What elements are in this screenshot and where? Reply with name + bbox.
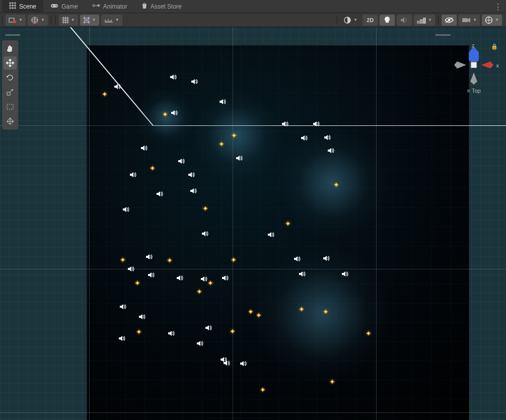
light-gizmo[interactable] [284,220,292,228]
audio-source-gizmo[interactable] [196,340,203,347]
grid-visibility-dropdown[interactable]: ▼ [59,15,78,26]
overlay-drag-handle-left[interactable] [5,34,20,36]
svg-marker-86 [220,99,223,104]
tab-asset-store[interactable]: Asset Store [134,0,189,13]
light-gizmo[interactable] [298,305,306,313]
light-gizmo[interactable] [328,378,336,386]
light-gizmo[interactable] [322,308,330,316]
tab-game[interactable]: Game [43,0,85,13]
audio-toggle[interactable] [397,15,412,26]
scene-terrain [87,45,469,420]
rect-tool[interactable] [4,100,17,113]
audio-source-gizmo[interactable] [222,274,229,282]
light-gizmo[interactable] [101,90,109,98]
light-gizmo[interactable] [229,327,237,335]
audio-source-gizmo[interactable] [281,120,288,127]
svg-marker-45 [468,18,470,23]
audio-source-gizmo[interactable] [223,360,230,367]
audio-source-gizmo[interactable] [114,83,121,90]
light-gizmo[interactable] [259,386,267,394]
audio-source-gizmo[interactable] [118,335,125,342]
audio-source-gizmo[interactable] [219,98,226,105]
light-gizmo[interactable] [133,279,141,287]
audio-source-gizmo[interactable] [129,171,136,178]
tab-scene[interactable]: Scene [2,0,43,13]
audio-source-gizmo[interactable] [171,109,178,116]
light-gizmo[interactable] [332,181,340,189]
audio-source-gizmo[interactable] [178,158,185,165]
draw-mode-dropdown[interactable]: ▼ [6,15,26,26]
light-gizmo[interactable] [230,256,238,264]
audio-source-gizmo[interactable] [168,330,175,337]
toggle-2d-button[interactable]: 2D [363,15,378,26]
audio-source-gizmo[interactable] [240,360,247,367]
rotate-tool[interactable] [4,71,17,84]
audio-source-gizmo[interactable] [156,190,163,197]
audio-source-gizmo[interactable] [341,270,348,277]
light-gizmo[interactable] [149,164,157,172]
chevron-down-icon: ▼ [71,18,75,22]
fx-dropdown[interactable]: ▼ [414,15,435,26]
visibility-toggle[interactable] [442,15,457,26]
audio-source-gizmo[interactable] [176,274,183,282]
audio-source-gizmo[interactable] [267,231,274,238]
shading-mode-dropdown[interactable]: ▼ [28,15,48,26]
audio-source-gizmo[interactable] [236,155,243,162]
svg-marker-73 [282,121,285,126]
audio-source-gizmo[interactable] [190,187,197,194]
audio-source-gizmo[interactable] [146,253,153,260]
tab-animator[interactable]: Animator [85,0,134,13]
audio-source-gizmo[interactable] [299,270,306,277]
audio-source-gizmo[interactable] [191,78,198,85]
lighting-toggle[interactable] [380,15,395,26]
scene-viewport[interactable]: 🔒 z x ≡ Top [0,27,506,420]
light-gizmo[interactable] [206,279,214,287]
gizmos-dropdown[interactable]: ▼ [482,15,502,26]
light-gizmo[interactable] [135,328,143,336]
lock-icon[interactable]: 🔒 [491,43,498,50]
light-gizmo[interactable] [201,204,209,213]
render-debug-dropdown[interactable]: ▼ [340,15,360,26]
svg-point-20 [36,21,38,23]
audio-source-gizmo[interactable] [122,206,129,213]
audio-source-gizmo[interactable] [327,147,334,154]
audio-source-gizmo[interactable] [140,145,148,152]
light-gizmo[interactable] [230,131,238,139]
audio-source-gizmo[interactable] [148,271,155,278]
svg-marker-79 [323,256,327,261]
audio-source-gizmo[interactable] [324,134,331,141]
overlay-drag-handle-right[interactable] [436,34,451,36]
orientation-gizmo[interactable]: 🔒 z x ≡ Top [449,42,499,103]
tab-menu-button[interactable]: ⋮ [494,2,502,12]
audio-source-gizmo[interactable] [313,120,320,127]
transform-tool[interactable] [4,115,17,128]
snap-toggle-dropdown[interactable]: ▼ [80,15,99,26]
light-gizmo[interactable] [166,256,174,264]
audio-source-gizmo[interactable] [205,324,212,331]
snap-increment-dropdown[interactable]: ▼ [101,15,122,26]
light-gizmo[interactable] [195,288,203,296]
move-tool[interactable] [4,56,17,69]
svg-rect-98 [7,104,13,109]
audio-source-gizmo[interactable] [119,303,126,310]
audio-source-gizmo[interactable] [138,313,146,320]
view-orientation-label: Top [472,88,481,94]
light-gizmo[interactable] [161,110,169,118]
audio-source-gizmo[interactable] [127,265,134,272]
audio-source-gizmo[interactable] [201,230,208,237]
camera-dropdown[interactable]: ▼ [459,15,480,26]
scale-tool[interactable] [4,86,17,99]
audio-source-gizmo[interactable] [170,74,177,81]
audio-source-gizmo[interactable] [188,171,195,178]
light-gizmo[interactable] [255,311,263,319]
light-gizmo[interactable] [218,140,226,148]
svg-marker-59 [190,188,194,193]
hand-tool[interactable] [4,42,17,55]
scene-toolbar: ▼ ▼ ▼ ▼ ▼ ▼ 2D [0,13,506,27]
light-gizmo[interactable] [119,256,127,264]
light-gizmo[interactable] [365,329,373,337]
light-gizmo[interactable] [247,308,255,316]
audio-source-gizmo[interactable] [323,255,330,262]
audio-source-gizmo[interactable] [294,255,301,262]
audio-source-gizmo[interactable] [301,134,308,142]
